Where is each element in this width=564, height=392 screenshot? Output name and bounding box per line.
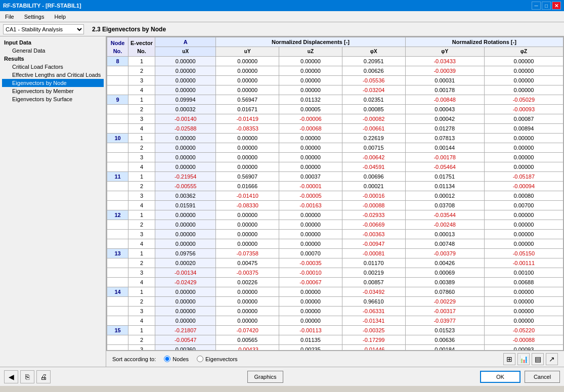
sort-eigenvectors-text: Eigenvectors xyxy=(205,356,238,362)
cell-uy: -0.07420 xyxy=(216,326,279,335)
cell-ux: -0.00134 xyxy=(155,268,216,278)
table-row: 40.000000.000000.00000-0.04591-0.054640.… xyxy=(107,162,563,172)
cell-uy: 0.00475 xyxy=(216,258,279,268)
cell-ux: 0.00000 xyxy=(155,230,216,239)
minimize-button[interactable]: ─ xyxy=(532,2,541,10)
cell-uz: -0.00163 xyxy=(279,201,342,210)
cell-node-no xyxy=(107,201,128,210)
sort-eigenvectors-label[interactable]: Eigenvectors xyxy=(197,356,238,362)
cell-ux: 0.00000 xyxy=(155,143,216,153)
sort-eigenvectors-radio[interactable] xyxy=(197,356,203,362)
analysis-dropdown[interactable]: CA1 - Stability Analysis xyxy=(3,24,84,34)
cell-ux: 0.00360 xyxy=(155,345,216,351)
cell-phix: -0.00325 xyxy=(342,326,405,335)
cell-uy: 0.00000 xyxy=(216,220,279,230)
table-icon-btn[interactable]: ▤ xyxy=(532,353,544,365)
filter-icon-btn[interactable]: ⊞ xyxy=(503,353,515,365)
cell-node-no xyxy=(107,239,128,249)
sidebar-item-general-data[interactable]: General Data xyxy=(2,47,104,55)
cell-evec-no: 4 xyxy=(128,124,155,134)
ok-button[interactable]: OK xyxy=(480,371,520,383)
cell-uz: -0.00113 xyxy=(279,326,342,335)
cell-node-no xyxy=(107,124,128,134)
table-row: 30.000000.000000.00000-0.055360.000310.0… xyxy=(107,76,563,85)
cell-evec-no: 4 xyxy=(128,162,155,172)
cell-node-no: 14 xyxy=(107,287,128,297)
col-header-node-no: NodeNo. xyxy=(107,37,128,57)
cell-node-no: 10 xyxy=(107,134,128,143)
sidebar-item-eigenvectors-member[interactable]: Eigenvectors by Member xyxy=(2,87,104,95)
table-container[interactable]: NodeNo. E-vectorNo. A Normalized Displac… xyxy=(106,36,564,351)
cell-uz: -0.00005 xyxy=(279,191,342,201)
cell-phiy: 0.01751 xyxy=(405,172,484,182)
cell-evec-no: 2 xyxy=(128,258,155,268)
table-row: 30.00362-0.01410-0.00005-0.000160.000120… xyxy=(107,191,563,201)
col-header-ux-label: uX xyxy=(155,47,216,57)
col-header-evec-no: E-vectorNo. xyxy=(128,37,155,57)
table-row: 4-0.02588-0.08353-0.00068-0.006610.01278… xyxy=(107,124,563,134)
copy-icon-btn[interactable]: ⎘ xyxy=(20,370,34,383)
cell-phix: 0.20951 xyxy=(342,57,405,66)
cell-phiy: -0.00229 xyxy=(405,297,484,307)
cell-phix: -0.05536 xyxy=(342,76,405,85)
close-button[interactable]: ✕ xyxy=(552,2,561,10)
print-icon-btn[interactable]: 🖨 xyxy=(36,370,51,383)
cell-evec-no: 1 xyxy=(128,326,155,335)
cell-phiz: -0.05029 xyxy=(484,95,563,105)
cell-uz: 0.01135 xyxy=(279,335,342,345)
sort-nodes-label[interactable]: Nodes xyxy=(164,356,189,362)
cell-phiy: 0.07860 xyxy=(405,287,484,297)
cell-phix: -0.03492 xyxy=(342,287,405,297)
sidebar-item-effective-lengths[interactable]: Effective Lengths and Critical Loads xyxy=(2,71,104,79)
cancel-button[interactable]: Cancel xyxy=(525,371,560,383)
table-row: 30.000000.000000.00000-0.06331-0.003170.… xyxy=(107,307,563,316)
sort-nodes-radio[interactable] xyxy=(164,356,170,362)
cell-ux: 0.00000 xyxy=(155,85,216,95)
sidebar-item-critical-load[interactable]: Critical Load Factors xyxy=(2,63,104,71)
sidebar-item-eigenvectors-node[interactable]: Eigenvectors by Node xyxy=(2,79,104,87)
cell-phiz: 0.00000 xyxy=(484,134,563,143)
cell-phiz: 0.00000 xyxy=(484,210,563,220)
cell-phix: -0.00669 xyxy=(342,220,405,230)
cell-uz: 0.00000 xyxy=(279,230,342,239)
cell-uy: 0.00226 xyxy=(216,278,279,287)
back-icon-btn[interactable]: ◀ xyxy=(4,370,18,383)
cell-node-no: 12 xyxy=(107,210,128,220)
cell-phix: -0.02933 xyxy=(342,210,405,220)
sidebar-item-eigenvectors-surface[interactable]: Eigenvectors by Surface xyxy=(2,95,104,103)
cell-phiy: 0.00012 xyxy=(405,191,484,201)
maximize-button[interactable]: □ xyxy=(542,2,551,10)
table-row: 3-0.00134-0.00375-0.000100.002190.000690… xyxy=(107,268,563,278)
cell-uy: 0.00000 xyxy=(216,230,279,239)
cell-ux: 0.00000 xyxy=(155,76,216,85)
table-row: 1010.000000.000000.000000.226190.078130.… xyxy=(107,134,563,143)
cell-phiz: 0.00000 xyxy=(484,76,563,85)
cell-phiz: 0.00093 xyxy=(484,345,563,351)
cell-node-no xyxy=(107,76,128,85)
cell-uz: -0.00010 xyxy=(279,268,342,278)
cell-phix: -0.17299 xyxy=(342,335,405,345)
table-row: 40.000000.000000.00000-0.01341-0.039770.… xyxy=(107,316,563,326)
chart-icon-btn[interactable]: 📊 xyxy=(517,353,530,365)
cell-evec-no: 2 xyxy=(128,220,155,230)
graphics-button[interactable]: Graphics xyxy=(247,371,283,383)
export-icon-btn[interactable]: ↗ xyxy=(546,353,558,365)
cell-uy: 0.01666 xyxy=(216,182,279,191)
menu-settings[interactable]: Settings xyxy=(21,13,48,21)
cell-phix: 0.00219 xyxy=(342,268,405,278)
sidebar: Input Data General Data Results Critical… xyxy=(0,36,106,367)
cell-phiy: 0.01134 xyxy=(405,182,484,191)
cell-uz: 0.00000 xyxy=(279,210,342,220)
cell-evec-no: 3 xyxy=(128,307,155,316)
cell-phiz: 0.00000 xyxy=(484,220,563,230)
menu-file[interactable]: File xyxy=(2,13,17,21)
data-table: NodeNo. E-vectorNo. A Normalized Displac… xyxy=(107,37,563,351)
menu-help[interactable]: Help xyxy=(51,13,69,21)
cell-uy: 0.00000 xyxy=(216,307,279,316)
cell-uz: 0.00037 xyxy=(279,172,342,182)
cell-phiz: -0.00088 xyxy=(484,335,563,345)
col-header-phiy-label: φY xyxy=(405,47,484,57)
cell-uz: 0.00000 xyxy=(279,220,342,230)
cell-phix: -0.00082 xyxy=(342,114,405,124)
cell-ux: 0.00000 xyxy=(155,210,216,220)
